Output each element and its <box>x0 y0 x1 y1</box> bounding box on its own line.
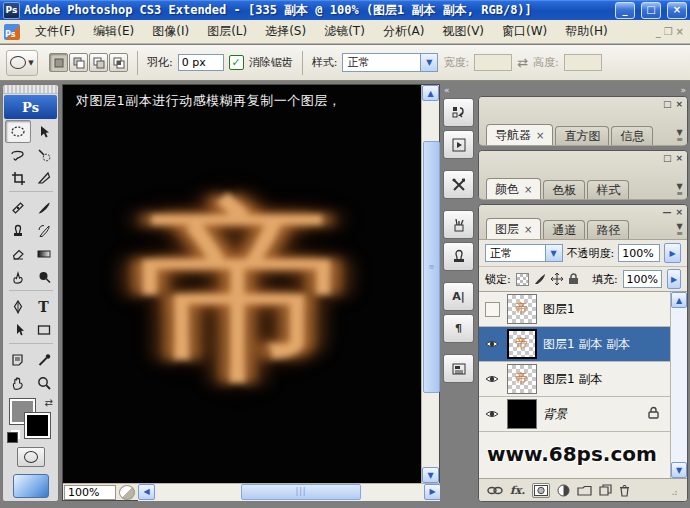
layer-thumbnail[interactable]: 帝 <box>507 294 537 324</box>
paragraph-panel-button[interactable]: ¶ <box>443 314 474 343</box>
clone-source-panel-button[interactable] <box>443 242 474 271</box>
status-info-icon[interactable] <box>119 485 135 500</box>
visibility-toggle[interactable] <box>483 302 501 317</box>
menu-analysis[interactable]: 分析(A) <box>374 20 434 43</box>
adjustment-layer-icon[interactable] <box>557 484 570 497</box>
shape-tool[interactable] <box>31 318 57 341</box>
tab-layers[interactable]: 图层 × <box>486 218 541 239</box>
blend-mode-select[interactable]: 正常 ▼ <box>485 244 563 262</box>
panel-close-icon[interactable]: × <box>675 153 683 163</box>
maximize-button[interactable]: □ <box>641 2 661 19</box>
antialias-checkbox[interactable]: ✓ <box>229 55 244 70</box>
menu-layer[interactable]: 图层(L) <box>198 20 256 43</box>
tab-color[interactable]: 颜色 × <box>486 178 541 199</box>
doc-minimize-icon[interactable]: _ <box>656 26 661 37</box>
layer-style-icon[interactable]: fx. <box>510 484 525 497</box>
menu-view[interactable]: 视图(V) <box>433 20 493 43</box>
layer-row-background[interactable]: 背景 <box>479 397 671 432</box>
actions-panel-button[interactable] <box>443 130 474 159</box>
panel-resize-grip[interactable]: ⣠ <box>671 485 679 495</box>
quick-selection-tool[interactable] <box>31 143 57 166</box>
history-panel-button[interactable] <box>443 98 474 127</box>
tab-histogram[interactable]: 直方图 <box>555 126 609 145</box>
fill-slider-icon[interactable]: ▶ <box>667 269 681 289</box>
default-colors-icon[interactable] <box>7 432 18 443</box>
layer-thumbnail[interactable] <box>507 399 537 429</box>
menu-select[interactable]: 选择(S) <box>256 20 315 43</box>
tab-channels[interactable]: 通道 <box>543 220 585 239</box>
scroll-right-icon[interactable]: ▶ <box>424 484 441 500</box>
brushes-panel-button[interactable] <box>443 210 474 239</box>
crop-tool[interactable] <box>5 166 31 189</box>
layer-thumbnail[interactable]: 帝 <box>507 364 537 394</box>
horizontal-scroll-thumb[interactable]: ||| <box>241 484 361 500</box>
tool-presets-panel-button[interactable] <box>443 170 474 199</box>
collapse-dock-icon[interactable]: « <box>444 85 450 95</box>
opacity-slider-icon[interactable]: ▶ <box>664 243 681 263</box>
style-select[interactable]: 正常 ▼ <box>342 53 438 72</box>
vertical-scrollbar[interactable]: ▲ ≡ ▼ <box>421 85 439 483</box>
layer-name[interactable]: 图层1 <box>543 301 575 318</box>
panel-close-icon[interactable]: × <box>675 99 683 109</box>
new-layer-icon[interactable] <box>599 484 612 496</box>
layer-name[interactable]: 图层1 副本 <box>543 371 602 388</box>
tab-info[interactable]: 信息 <box>611 126 653 145</box>
scroll-left-icon[interactable]: ◀ <box>138 484 155 500</box>
tab-paths[interactable]: 路径 <box>587 220 629 239</box>
panel-menu-icon[interactable]: ▼≡ <box>676 130 683 143</box>
link-layers-icon[interactable] <box>487 486 503 495</box>
document-window-controls[interactable]: _ ❐ × <box>656 26 690 37</box>
toolbox-drag-handle[interactable] <box>3 85 58 94</box>
panel-minimize-icon[interactable]: — <box>662 207 671 217</box>
notes-tool[interactable] <box>5 348 31 371</box>
menu-window[interactable]: 窗口(W) <box>493 20 556 43</box>
doc-close-icon[interactable]: × <box>676 26 684 37</box>
swap-dimensions-icon[interactable]: ⇄ <box>517 55 528 70</box>
background-color-swatch[interactable] <box>25 413 50 438</box>
layer-row-layer1-copy[interactable]: 帝 图层1 副本 <box>479 362 671 397</box>
menu-file[interactable]: 文件(F) <box>26 20 84 43</box>
panel-close-icon[interactable]: × <box>675 207 683 217</box>
delete-layer-icon[interactable] <box>619 484 630 497</box>
gradient-tool[interactable] <box>31 242 57 265</box>
visibility-toggle[interactable] <box>483 339 501 349</box>
visibility-toggle[interactable] <box>483 409 501 419</box>
tool-preset-picker[interactable]: ▼ <box>6 50 38 76</box>
pen-tool[interactable] <box>5 295 31 318</box>
lock-pixels-icon[interactable] <box>534 272 546 286</box>
menu-help[interactable]: 帮助(H) <box>556 20 616 43</box>
new-group-icon[interactable] <box>577 485 592 496</box>
type-tool[interactable]: T <box>31 295 57 318</box>
doc-restore-icon[interactable]: ❐ <box>664 26 673 37</box>
path-selection-tool[interactable] <box>5 318 31 341</box>
clone-stamp-tool[interactable] <box>5 219 31 242</box>
layer-name[interactable]: 图层1 副本 副本 <box>543 336 630 353</box>
scroll-down-icon[interactable]: ▼ <box>671 462 687 478</box>
layer-name[interactable]: 背景 <box>543 406 567 423</box>
zoom-tool[interactable] <box>31 371 57 394</box>
expand-dock-icon[interactable]: » <box>680 85 686 95</box>
layer-row-layer1-copy-copy[interactable]: 帝 图层1 副本 副本 <box>479 327 671 362</box>
brush-tool[interactable] <box>31 196 57 219</box>
tab-swatches[interactable]: 色板 <box>543 180 585 199</box>
scroll-up-icon[interactable]: ▲ <box>671 292 687 308</box>
layer-list-scrollbar[interactable]: ▲ ▼ <box>670 292 687 478</box>
tab-close-icon[interactable]: × <box>536 130 544 141</box>
add-to-selection-button[interactable] <box>69 53 88 72</box>
horizontal-scrollbar[interactable]: ◀ ||| ▶ <box>138 484 441 501</box>
zoom-level-field[interactable]: 100% <box>64 485 116 500</box>
eraser-tool[interactable] <box>5 242 31 265</box>
panel-minimize-icon[interactable]: □ <box>663 153 672 163</box>
feather-input[interactable] <box>178 54 224 71</box>
visibility-toggle[interactable] <box>483 374 501 384</box>
slice-tool[interactable] <box>31 166 57 189</box>
chevron-down-icon[interactable]: ▼ <box>420 54 437 71</box>
add-layer-mask-icon[interactable] <box>532 483 550 498</box>
healing-brush-tool[interactable] <box>5 196 31 219</box>
tab-navigator[interactable]: 导航器 × <box>486 124 553 145</box>
fill-value-box[interactable]: 100% <box>623 270 662 288</box>
dodge-tool[interactable] <box>31 265 57 288</box>
lock-all-icon[interactable] <box>568 272 579 286</box>
layer-row-layer1[interactable]: 帝 图层1 <box>479 292 671 327</box>
new-selection-button[interactable] <box>49 53 68 72</box>
